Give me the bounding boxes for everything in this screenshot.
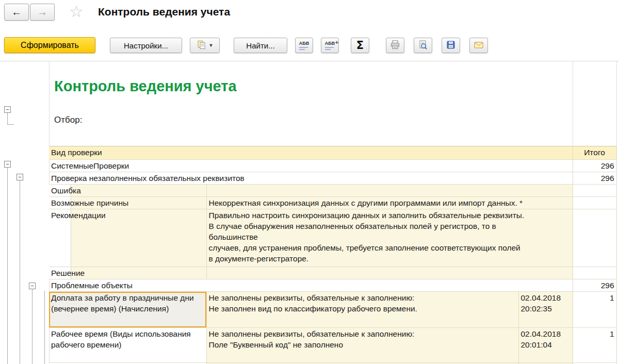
mail-button[interactable]: [469, 38, 488, 53]
column-header-check-type[interactable]: Вид проверки: [49, 146, 573, 160]
find-next-button[interactable]: АБВ +: [321, 38, 339, 53]
cell-group2-label[interactable]: Проверка незаполненных обязательных рекв…: [49, 172, 573, 185]
report-area: − − − − Контроль ведения учета Отбор: Ви…: [0, 61, 619, 364]
report-title: Контроль ведения учета: [54, 78, 237, 95]
cell-detail1-message[interactable]: Не заполнены реквизиты, обязательные к з…: [206, 292, 518, 328]
tree-line: [20, 180, 20, 364]
table-row-recommendations: Рекомендации Правильно настроить синхрон…: [49, 209, 616, 267]
collapse-group2-icon[interactable]: −: [17, 174, 23, 180]
report-table: Вид проверки Итого СистемныеПроверки 296…: [49, 146, 617, 364]
output-dropdown-button[interactable]: ▼: [190, 38, 220, 53]
tree-line: [44, 291, 45, 364]
collapse-problems-icon[interactable]: −: [29, 283, 36, 289]
header-row: Вид проверки Итого: [49, 146, 616, 160]
find-letters-plus-icon: АБВ +: [325, 41, 335, 50]
back-arrow-icon: ←: [11, 6, 22, 18]
chevron-down-icon: ▼: [209, 43, 214, 48]
cell-causes-text[interactable]: Некорректная синхронизация данных с друг…: [206, 197, 573, 209]
cell-recommendations-label[interactable]: Рекомендации: [49, 209, 206, 267]
cell-error-total[interactable]: [573, 185, 616, 197]
cell-detail2-message[interactable]: Не заполнены реквизиты, обязательные к з…: [206, 328, 518, 363]
table-row-error: Ошибка: [49, 185, 616, 197]
table-row-problem-objects: Проблемные объекты 296: [49, 279, 616, 292]
collapse-group1-icon[interactable]: −: [4, 161, 11, 168]
cell-detail1-date[interactable]: 02.04.2018 20:02:35: [518, 292, 573, 328]
page-magnifier-icon: [418, 40, 428, 52]
favorite-star-icon[interactable]: ☆: [69, 2, 84, 21]
table-row-detail-2: Рабочее время (Виды использования рабоче…: [49, 328, 616, 363]
cell-detail2-date[interactable]: 02.04.2018 20:01:04: [518, 328, 573, 363]
table-row-check-group: Проверка незаполненных обязательных рекв…: [49, 172, 616, 185]
printer-icon: [390, 40, 400, 52]
cell-detail2-count[interactable]: 1: [573, 328, 616, 363]
history-nav: ← →: [4, 4, 55, 21]
tree-line: [7, 124, 14, 125]
cell-solution-label[interactable]: Решение: [49, 267, 206, 279]
cell-detail1-count[interactable]: 1: [573, 292, 616, 328]
cell-group1-total[interactable]: 296: [573, 160, 616, 172]
cell-error-value[interactable]: [206, 185, 573, 197]
cell-causes-total[interactable]: [573, 197, 616, 209]
find-text-button[interactable]: АБВ: [295, 38, 313, 53]
find-button[interactable]: Найти...: [234, 38, 287, 53]
tree-line: [7, 113, 8, 124]
cell-detail1-object-selected[interactable]: Доплата за работу в праздничные дни (веч…: [49, 292, 206, 328]
cell-causes-label[interactable]: Возможные причины: [49, 197, 206, 209]
table-row-system-checks: СистемныеПроверки 296: [49, 160, 616, 172]
settings-button[interactable]: Настройки...: [110, 38, 182, 53]
generate-button[interactable]: Сформировать: [4, 37, 95, 53]
cell-solution-value[interactable]: [206, 267, 573, 279]
document-copy-icon: [197, 40, 207, 52]
table-row-causes: Возможные причины Некорректная синхрониз…: [49, 197, 616, 209]
collapse-report-header-icon[interactable]: −: [4, 106, 11, 113]
cell-problems-total[interactable]: 296: [573, 279, 616, 292]
cell-error-label[interactable]: Ошибка: [49, 185, 206, 197]
preview-button[interactable]: [414, 38, 432, 53]
sum-button[interactable]: Σ: [351, 38, 369, 53]
print-button[interactable]: [386, 38, 404, 53]
cell-group2-total[interactable]: 296: [573, 172, 616, 185]
cell-recommendations-text[interactable]: Правильно настроить синхронизацию данных…: [206, 209, 573, 267]
table-row-detail-1: Доплата за работу в праздничные дни (веч…: [49, 292, 616, 328]
envelope-icon: [474, 40, 484, 52]
column-header-total[interactable]: Итого: [573, 146, 616, 160]
back-button[interactable]: ←: [4, 4, 29, 21]
cell-solution-total[interactable]: [573, 267, 616, 279]
cell-recommendations-total[interactable]: [573, 209, 616, 267]
filter-label: Отбор:: [54, 115, 82, 125]
save-button[interactable]: [442, 38, 460, 53]
cell-problems-label[interactable]: Проблемные объекты: [49, 279, 573, 292]
tree-line: [32, 289, 32, 364]
forward-button[interactable]: →: [30, 4, 55, 21]
tree-line: [7, 168, 8, 364]
cell-detail2-object[interactable]: Рабочее время (Виды использования рабоче…: [49, 328, 206, 363]
find-letters-icon: АБВ: [299, 41, 309, 50]
forward-arrow-icon: →: [37, 6, 47, 18]
window-title: Контроль ведения учета: [98, 6, 230, 18]
table-row-solution: Решение: [49, 267, 616, 279]
floppy-disk-icon: [446, 40, 456, 52]
cell-group1-label[interactable]: СистемныеПроверки: [49, 160, 573, 172]
